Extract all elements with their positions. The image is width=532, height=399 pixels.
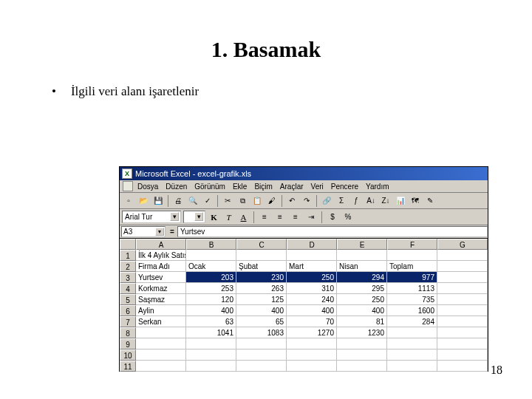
menu-data[interactable]: Veri	[311, 183, 324, 191]
cell[interactable]	[437, 261, 488, 272]
cell[interactable]	[287, 361, 337, 372]
cell[interactable]: İlk 4 Aylık Satışlar	[136, 250, 186, 261]
cell[interactable]	[337, 349, 387, 361]
menu-view[interactable]: Görünüm	[194, 183, 225, 191]
cell[interactable]: Şubat	[236, 261, 287, 272]
cell[interactable]: 400	[337, 305, 387, 316]
cell[interactable]: Serkan	[136, 316, 186, 327]
cell[interactable]	[437, 327, 488, 338]
cell[interactable]: 1230	[337, 327, 387, 338]
cell[interactable]	[387, 349, 437, 361]
cell[interactable]: Firma Adı	[136, 261, 186, 272]
undo-icon[interactable]: ↶	[285, 194, 299, 208]
percent-icon[interactable]: %	[341, 211, 355, 224]
drawing-icon[interactable]: ✎	[423, 194, 437, 208]
cell[interactable]	[136, 361, 186, 372]
row-header[interactable]: 2	[120, 261, 136, 272]
align-center-icon[interactable]: ≡	[273, 211, 287, 224]
open-icon[interactable]: 📂	[137, 194, 150, 208]
cell[interactable]: 1041	[186, 327, 236, 338]
row-header[interactable]: 6	[120, 305, 136, 316]
cell[interactable]: 230	[236, 272, 287, 283]
cell[interactable]	[186, 349, 236, 361]
cell[interactable]: 735	[387, 294, 437, 305]
row-header[interactable]: 10	[120, 349, 136, 361]
cell[interactable]	[437, 294, 488, 305]
menu-help[interactable]: Yardım	[366, 183, 389, 191]
print-icon[interactable]: 🖨	[171, 194, 185, 208]
cell[interactable]: 250	[287, 272, 337, 283]
cell[interactable]: 295	[337, 283, 387, 294]
cell[interactable]	[186, 250, 236, 261]
select-all-corner[interactable]	[120, 239, 136, 250]
cell[interactable]	[387, 338, 437, 349]
column-header[interactable]: D	[287, 239, 337, 250]
column-header[interactable]: C	[236, 239, 287, 250]
print-preview-icon[interactable]: 🔍	[186, 194, 200, 208]
merge-center-icon[interactable]: ⇥	[304, 211, 318, 224]
cell[interactable]	[437, 349, 488, 361]
font-name-combo[interactable]: Arial Tur	[122, 211, 181, 223]
new-icon[interactable]: ▫	[122, 194, 135, 208]
cell[interactable]: 65	[236, 316, 287, 327]
menu-format[interactable]: Biçim	[254, 183, 272, 191]
chart-wizard-icon[interactable]: 📊	[394, 194, 407, 208]
sort-asc-icon[interactable]: A↓	[364, 194, 378, 208]
cell[interactable]	[337, 250, 387, 261]
cell[interactable]	[387, 327, 437, 338]
map-icon[interactable]: 🗺	[409, 194, 422, 208]
cell[interactable]	[437, 250, 488, 261]
cell[interactable]: 294	[337, 272, 387, 283]
cell[interactable]: 400	[236, 305, 287, 316]
cell[interactable]: Aylin	[136, 305, 186, 316]
cell[interactable]: Korkmaz	[136, 283, 186, 294]
cell[interactable]: 1270	[287, 327, 337, 338]
cell[interactable]: 203	[186, 272, 236, 283]
cell[interactable]: 310	[287, 283, 337, 294]
spreadsheet-grid[interactable]: ABCDEFG1İlk 4 Aylık Satışlar2Firma AdıOc…	[120, 239, 488, 372]
row-header[interactable]: 9	[120, 338, 136, 349]
cell[interactable]: Toplam	[387, 261, 437, 272]
cell[interactable]: 125	[236, 294, 287, 305]
menu-file[interactable]: Dosya	[137, 183, 158, 191]
cell[interactable]	[136, 338, 186, 349]
cell[interactable]	[437, 283, 488, 294]
save-icon[interactable]: 💾	[151, 194, 165, 208]
underline-button[interactable]: A	[237, 211, 250, 223]
cut-icon[interactable]: ✂	[221, 194, 234, 208]
row-header[interactable]: 7	[120, 316, 136, 327]
copy-icon[interactable]: ⧉	[236, 194, 249, 208]
hyperlink-icon[interactable]: 🔗	[320, 194, 333, 208]
row-header[interactable]: 1	[120, 250, 136, 261]
cell[interactable]: Mart	[287, 261, 337, 272]
equals-icon[interactable]: =	[167, 228, 177, 236]
cell[interactable]	[337, 361, 387, 372]
cell[interactable]: 70	[287, 316, 337, 327]
row-header[interactable]: 3	[120, 272, 136, 283]
cell[interactable]	[337, 338, 387, 349]
row-header[interactable]: 4	[120, 283, 136, 294]
function-icon[interactable]: ƒ	[349, 194, 363, 208]
bold-button[interactable]: K	[208, 211, 220, 223]
cell[interactable]	[236, 361, 287, 372]
cell[interactable]: 120	[186, 294, 236, 305]
column-header[interactable]: F	[387, 239, 437, 250]
name-box[interactable]: A3	[121, 226, 166, 237]
font-size-combo[interactable]	[183, 211, 205, 223]
cell[interactable]: 400	[287, 305, 337, 316]
column-header[interactable]: E	[337, 239, 387, 250]
align-left-icon[interactable]: ≡	[258, 211, 271, 224]
currency-icon[interactable]: $	[326, 211, 339, 224]
cell[interactable]	[437, 305, 488, 316]
italic-button[interactable]: T	[222, 211, 235, 223]
spellcheck-icon[interactable]: ✓	[201, 194, 214, 208]
cell[interactable]: 240	[287, 294, 337, 305]
cell[interactable]	[186, 361, 236, 372]
cell[interactable]: Saşmaz	[136, 294, 186, 305]
format-painter-icon[interactable]: 🖌	[265, 194, 279, 208]
cell[interactable]	[437, 361, 488, 372]
column-header[interactable]: G	[437, 239, 488, 250]
redo-icon[interactable]: ↷	[300, 194, 313, 208]
cell[interactable]	[186, 338, 236, 349]
row-header[interactable]: 5	[120, 294, 136, 305]
